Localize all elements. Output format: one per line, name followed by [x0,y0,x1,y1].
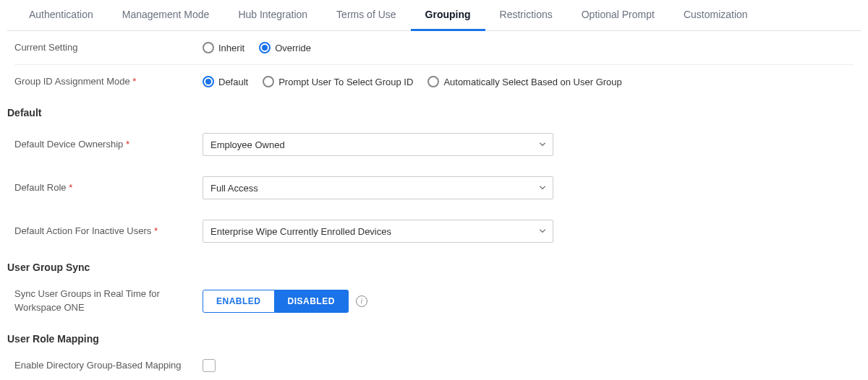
toggle-enabled[interactable]: ENABLED [203,290,275,313]
tab-terms-of-use[interactable]: Terms of Use [322,0,410,30]
radio-default[interactable]: Default [203,76,248,87]
row-sync-real-time: Sync User Groups in Real Time for Worksp… [14,277,854,324]
info-icon[interactable]: i [356,295,367,307]
radio-icon [203,76,214,87]
tab-management-mode[interactable]: Management Mode [108,0,224,30]
row-group-id-mode: Group ID Assignment Mode Default Prompt … [14,65,854,98]
label-enable-directory-mapping: Enable Directory Group-Based Mapping [14,359,203,372]
radio-auto-select[interactable]: Automatically Select Based on User Group [427,76,621,87]
select-value: Employee Owned [210,139,285,150]
tab-customization[interactable]: Customization [669,0,762,30]
tab-grouping[interactable]: Grouping [411,0,485,31]
section-heading-user-role-mapping: User Role Mapping [7,324,854,349]
radio-icon [427,76,439,87]
toggle-disabled[interactable]: DISABLED [275,290,349,313]
chevron-down-icon [540,143,545,147]
label-default-role: Default Role [14,181,203,194]
radio-icon [203,42,214,53]
label-device-ownership: Default Device Ownership [14,138,203,151]
radio-prompt-user[interactable]: Prompt User To Select Group ID [263,76,413,87]
tab-hub-integration[interactable]: Hub Integration [224,0,322,30]
row-device-ownership: Default Device Ownership Employee Owned [14,123,854,166]
radio-icon [263,76,274,87]
row-enable-directory-mapping: Enable Directory Group-Based Mapping [14,349,854,380]
radio-label: Override [275,43,311,53]
checkbox-enable-directory-mapping[interactable] [203,359,216,372]
radio-inherit[interactable]: Inherit [203,42,244,53]
chevron-down-icon [540,230,545,233]
section-heading-default: Default [7,98,854,123]
label-group-id-mode: Group ID Assignment Mode [14,75,203,88]
toggle-sync: ENABLED DISABLED [203,290,349,313]
row-inactive-action: Default Action For Inactive Users Enterp… [14,210,854,253]
tab-optional-prompt[interactable]: Optional Prompt [567,0,669,30]
radio-label: Prompt User To Select Group ID [278,77,413,87]
tab-restrictions[interactable]: Restrictions [485,0,567,30]
select-inactive-action[interactable]: Enterprise Wipe Currently Enrolled Devic… [203,220,553,243]
row-default-role: Default Role Full Access [14,166,854,210]
select-device-ownership[interactable]: Employee Owned [203,133,553,156]
radio-label: Inherit [218,43,244,53]
select-value: Enterprise Wipe Currently Enrolled Devic… [210,226,391,237]
radio-icon [259,42,271,53]
radio-label: Automatically Select Based on User Group [443,77,621,87]
select-value: Full Access [210,183,258,194]
radio-override[interactable]: Override [259,42,311,53]
label-inactive-action: Default Action For Inactive Users [14,225,203,238]
section-heading-user-group-sync: User Group Sync [7,253,854,277]
label-sync-real-time: Sync User Groups in Real Time for Worksp… [14,288,203,314]
select-default-role[interactable]: Full Access [203,176,553,199]
label-current-setting: Current Setting [14,41,203,54]
row-current-setting: Current Setting Inherit Override [14,31,854,65]
chevron-down-icon [540,186,545,190]
radio-label: Default [218,77,248,87]
tab-authentication[interactable]: Authentication [14,0,108,30]
tab-bar: Authentication Management Mode Hub Integ… [7,0,861,31]
